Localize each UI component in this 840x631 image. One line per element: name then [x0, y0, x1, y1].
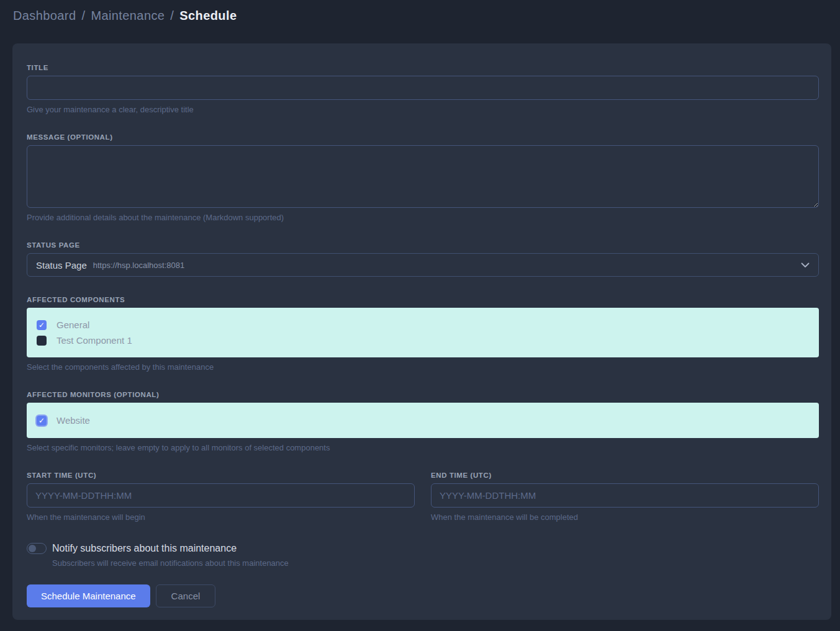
- status-page-field-group: STATUS PAGE Status Page https://hsp.loca…: [27, 241, 819, 277]
- schedule-maintenance-form: TITLE Give your maintenance a clear, des…: [12, 43, 831, 620]
- affected-monitors-listbox[interactable]: Website: [27, 403, 819, 438]
- monitor-option-website[interactable]: Website: [37, 413, 809, 428]
- form-actions: Schedule Maintenance Cancel: [27, 584, 819, 607]
- breadcrumb-separator: /: [81, 9, 85, 23]
- monitor-option-label: Website: [56, 415, 90, 426]
- title-input[interactable]: [27, 76, 819, 100]
- end-time-label: END TIME (UTC): [431, 472, 819, 479]
- checkbox-test-component-1[interactable]: [37, 336, 47, 346]
- cancel-button[interactable]: Cancel: [156, 584, 216, 607]
- affected-components-listbox[interactable]: General Test Component 1: [27, 308, 819, 357]
- checkbox-general[interactable]: [37, 320, 47, 330]
- breadcrumb-current-schedule: Schedule: [179, 9, 237, 23]
- affected-monitors-field-group: AFFECTED MONITORS (OPTIONAL) Website Sel…: [27, 391, 819, 452]
- start-time-field-group: START TIME (UTC) When the maintenance wi…: [27, 472, 415, 522]
- topbar: Dashboard / Maintenance / Schedule: [0, 0, 840, 31]
- status-page-label: STATUS PAGE: [27, 241, 819, 249]
- status-page-select[interactable]: Status Page https://hsp.localhost:8081: [27, 253, 819, 277]
- time-fields-row: START TIME (UTC) When the maintenance wi…: [27, 472, 819, 522]
- start-time-label: START TIME (UTC): [27, 472, 415, 479]
- breadcrumb-dashboard[interactable]: Dashboard: [13, 9, 76, 23]
- message-helper: Provide additional details about the mai…: [27, 213, 819, 222]
- checkbox-website[interactable]: [37, 416, 47, 426]
- title-label: TITLE: [27, 64, 819, 71]
- affected-monitors-helper: Select specific monitors; leave empty to…: [27, 443, 819, 452]
- notify-subscribers-helper: Subscribers will receive email notificat…: [52, 558, 819, 568]
- title-helper: Give your maintenance a clear, descripti…: [27, 105, 819, 114]
- end-time-input[interactable]: [431, 483, 819, 508]
- affected-components-label: AFFECTED COMPONENTS: [27, 296, 819, 303]
- schedule-maintenance-button[interactable]: Schedule Maintenance: [27, 584, 150, 607]
- status-page-selected-name: Status Page: [36, 260, 87, 271]
- notify-subscribers-group: Notify subscribers about this maintenanc…: [27, 543, 819, 568]
- breadcrumb: Dashboard / Maintenance / Schedule: [13, 9, 237, 23]
- affected-components-field-group: AFFECTED COMPONENTS General Test Compone…: [27, 296, 819, 372]
- start-time-helper: When the maintenance will begin: [27, 512, 415, 522]
- component-option-test-component-1[interactable]: Test Component 1: [37, 333, 809, 348]
- end-time-helper: When the maintenance will be completed: [431, 512, 819, 522]
- toggle-knob: [29, 545, 36, 552]
- breadcrumb-maintenance[interactable]: Maintenance: [91, 9, 165, 23]
- notify-subscribers-label: Notify subscribers about this maintenanc…: [52, 543, 237, 554]
- status-page-selected-url: https://hsp.localhost:8081: [93, 261, 184, 270]
- title-field-group: TITLE Give your maintenance a clear, des…: [27, 64, 819, 114]
- component-option-general[interactable]: General: [37, 317, 809, 333]
- affected-monitors-label: AFFECTED MONITORS (OPTIONAL): [27, 391, 819, 398]
- start-time-input[interactable]: [27, 483, 415, 508]
- breadcrumb-separator: /: [170, 9, 174, 23]
- component-option-label: General: [56, 320, 89, 330]
- message-field-group: MESSAGE (OPTIONAL) Provide additional de…: [27, 133, 819, 222]
- affected-components-helper: Select the components affected by this m…: [27, 362, 819, 372]
- end-time-field-group: END TIME (UTC) When the maintenance will…: [431, 472, 819, 522]
- notify-subscribers-toggle[interactable]: [27, 543, 47, 554]
- message-label: MESSAGE (OPTIONAL): [27, 133, 819, 141]
- message-textarea[interactable]: [27, 145, 819, 208]
- chevron-down-icon: [801, 262, 810, 268]
- component-option-label: Test Component 1: [56, 335, 132, 346]
